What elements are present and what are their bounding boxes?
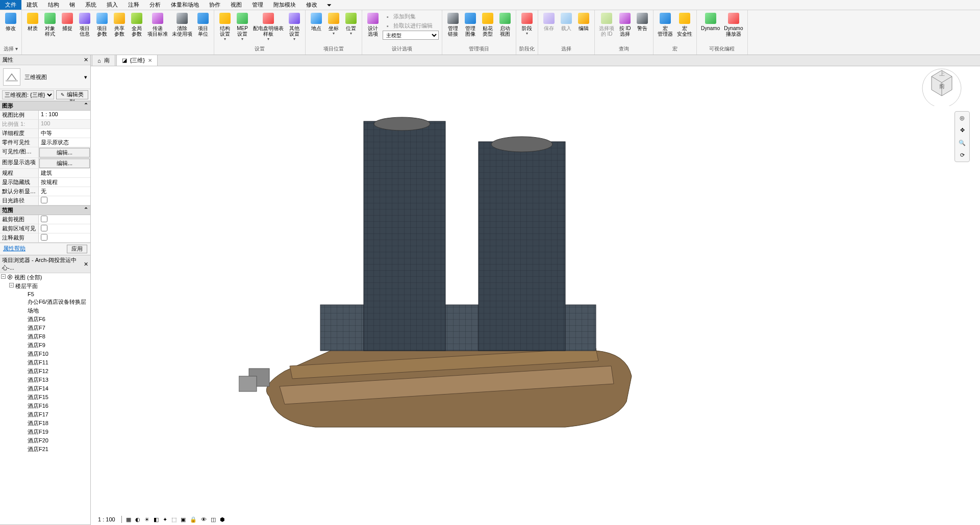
sun-path-icon[interactable]: ☀ [144,516,149,523]
property-value[interactable] [39,224,90,233]
orbit-icon[interactable]: ⟳ [960,152,965,159]
macro-mgr-button[interactable]: 宏 管理器 [656,11,675,38]
shadows-icon[interactable]: ◧ [154,516,159,523]
menu-overflow-icon[interactable]: ⏷ [326,2,332,8]
navigation-bar[interactable]: ◎ ✥ 🔍 ⟳ [954,111,970,162]
property-value[interactable]: 按规程 [39,178,90,187]
project-params-button[interactable]: 项目 参数 [93,11,111,38]
type-dropdown-icon[interactable]: ▾ [84,74,87,81]
menu-annotate[interactable]: 注释 [123,0,144,10]
dynamo-player-button[interactable]: Dynamo 播放器 [722,11,745,38]
menu-modify[interactable]: 修改 [301,0,322,10]
snap-button[interactable]: 捕捉 [59,11,76,32]
shared-params-button[interactable]: 共享 参数 [111,11,128,38]
other-settings-button[interactable]: 其他 设置▾ [286,11,303,42]
tree-item[interactable]: 办公F6/酒店设备转换层 [0,298,90,306]
apply-button[interactable]: 应用 [67,245,87,253]
tree-item[interactable]: 酒店F9 [0,341,90,350]
menu-struct[interactable]: 结构 [43,0,64,10]
property-value[interactable] [39,233,90,243]
manage-images-button[interactable]: 管理 图像 [462,11,479,38]
property-section-header[interactable]: 范围⌃ [0,205,90,215]
property-value[interactable] [39,196,90,205]
property-value[interactable]: 无 [39,187,90,196]
macro-sec-button[interactable]: 宏 安全性 [675,11,694,38]
units-button[interactable]: 项目 单位 [194,11,212,38]
tree-item[interactable]: 酒店F13 [0,376,90,384]
transfer-button[interactable]: 传递 项目标准 [145,11,170,38]
menu-insert[interactable]: 插入 [102,0,123,10]
type-selector[interactable]: 三维视图 ▾ [0,65,90,89]
mep-settings-button[interactable]: MEP 设置▾ [234,11,251,42]
design-option-select[interactable]: 主模型 [383,31,439,40]
cursor-button[interactable]: 修改 [2,11,19,32]
browser-close-icon[interactable]: ✕ [84,261,88,268]
tab-3d[interactable]: ◪ {三维} ✕ [116,55,158,66]
location-button[interactable]: 地点 [308,11,325,32]
reveal-hidden-icon[interactable]: ◫ [211,516,216,523]
property-checkbox[interactable] [41,216,47,222]
menu-collab[interactable]: 协作 [204,0,225,10]
browser-tree[interactable]: −⦿ 视图 (全部) −楼层平面 F5办公F6/酒店设备转换层场地酒店F6酒店F… [0,273,90,524]
property-value[interactable]: 中等 [39,129,90,138]
tree-item[interactable]: F5 [0,291,90,298]
tree-toggle-icon[interactable]: − [9,283,14,287]
viewport-3d[interactable]: ⌂ 南 ◪ {三维} ✕ [91,55,980,525]
menu-file[interactable]: 文件 [0,0,21,10]
panel-schedule-button[interactable]: 配电盘明细表 样板▾ [251,11,286,42]
menu-steel[interactable]: 钢 [64,0,80,10]
property-value[interactable]: 显示原状态 [39,138,90,147]
property-value[interactable]: 编辑... [39,159,90,168]
menu-arch[interactable]: 建筑 [21,0,43,10]
materials-button[interactable]: 材质 [24,11,41,32]
dynamo-button[interactable]: Dynamo [699,11,722,32]
steering-wheel-icon[interactable]: ◎ [960,115,965,121]
project-info-button[interactable]: 项目 信息 [76,11,93,38]
property-value[interactable]: 100 [39,120,90,129]
tree-item[interactable]: 酒店F20 [0,436,90,445]
start-view-button[interactable]: 启动 视图 [496,11,514,38]
temp-hide-icon[interactable]: 👁 [201,516,207,522]
edit-sel-button[interactable]: 编辑 [575,11,592,32]
property-checkbox[interactable] [41,234,47,241]
object-styles-button[interactable]: 对象 样式 [41,11,59,38]
design-options-button[interactable]: 设计 选项 [364,11,382,38]
zoom-icon[interactable]: 🔍 [959,140,966,146]
worksharing-display-icon[interactable]: ⬢ [220,516,225,523]
tree-item[interactable]: 酒店F21 [0,445,90,454]
warnings-button[interactable]: 警告 [634,11,651,32]
property-value[interactable] [39,215,90,224]
tree-item[interactable]: 酒店F17 [0,410,90,419]
properties-help-link[interactable]: 属性帮助 [3,245,26,253]
tree-item[interactable]: 酒店F19 [0,428,90,436]
visual-style-icon[interactable]: ◐ [135,516,140,523]
menu-systems[interactable]: 系统 [80,0,102,10]
menu-manage[interactable]: 管理 [247,0,268,10]
lock-3d-icon[interactable]: 🔒 [190,516,197,523]
tree-toggle-icon[interactable]: − [1,274,6,279]
phases-button[interactable]: 阶段▾ [518,11,536,37]
struct-settings-button[interactable]: 结构 设置▾ [216,11,234,42]
tab-close-icon[interactable]: ✕ [148,58,152,63]
by-id-button[interactable]: 按 ID 选择 [616,11,634,38]
crop-visible-icon[interactable]: ▣ [181,516,186,523]
tree-item[interactable]: 酒店F15 [0,393,90,402]
tree-item[interactable]: 酒店F14 [0,384,90,393]
coords-button[interactable]: 坐标▾ [325,11,342,37]
property-section-header[interactable]: 图形⌃ [0,101,90,111]
instance-select[interactable]: 三维视图: {三维} [2,90,54,99]
menu-addins[interactable]: 附加模块 [268,0,301,10]
crop-icon[interactable]: ⬚ [171,516,177,523]
menu-analyze[interactable]: 分析 [144,0,166,10]
tree-item[interactable]: 酒店F6 [0,315,90,324]
tree-group-floorplans[interactable]: −楼层平面 [0,282,90,291]
tree-item[interactable]: 酒店F11 [0,358,90,367]
global-params-button[interactable]: 全局 参数 [128,11,145,38]
purge-button[interactable]: 清除 未使用项 [170,11,194,38]
tree-root[interactable]: −⦿ 视图 (全部) [0,273,90,282]
tree-item[interactable]: 酒店F7 [0,324,90,332]
edit-type-button[interactable]: ✎ 编辑类型 [56,90,88,99]
manage-links-button[interactable]: 管理 链接 [444,11,462,38]
properties-close-icon[interactable]: ✕ [84,57,88,63]
detail-level-icon[interactable]: ▦ [126,516,131,523]
